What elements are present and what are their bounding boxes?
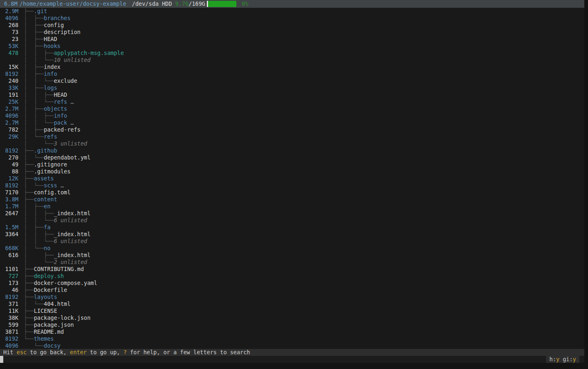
- tree-row[interactable]: 668K│ └──no: [0, 245, 584, 252]
- column-gap: [18, 287, 24, 294]
- tree-row-unlisted[interactable]: │ │ └──6 unlisted: [0, 238, 584, 245]
- tree-row[interactable]: 270│ └──dependabot.yml: [0, 154, 584, 161]
- tree-branch-lines: │ └──: [24, 245, 44, 252]
- tree-row[interactable]: 25K│ │ └──refs …: [0, 98, 584, 105]
- tree-row[interactable]: 268│ ├──config: [0, 22, 584, 29]
- tree-row[interactable]: 782│ ├──packed-refs: [0, 126, 584, 133]
- search-input-line[interactable]: h:ygi:y: [0, 356, 584, 363]
- tree-row[interactable]: 38K├──package-lock.json: [0, 314, 584, 321]
- tree-branch-lines: ├──: [24, 168, 34, 175]
- tree-row[interactable]: 11K├──LICENSE: [0, 308, 584, 314]
- tree-row[interactable]: 1101├──CONTRIBUTING.md: [0, 266, 584, 273]
- disk-usage-bar: 6%: [207, 0, 248, 8]
- tree-row[interactable]: 12K├──assets: [0, 175, 584, 182]
- tree-branch-lines: │ │ ├──: [24, 210, 54, 217]
- truncation-ellipsis: …: [67, 98, 74, 105]
- tree-branch-lines: │ │ └──: [24, 119, 54, 126]
- tree-row[interactable]: 616│ ├──_index.html: [0, 252, 584, 259]
- tree-branch-lines: │ │ ├──: [24, 112, 54, 119]
- tree-row[interactable]: 4096│ │ ├──info: [0, 112, 584, 119]
- tree-row[interactable]: 1.5M│ ├──fa: [0, 224, 584, 231]
- device-name: /dev/sda: [132, 0, 159, 7]
- column-gap: [18, 161, 24, 168]
- tree-row[interactable]: 88├──.gitmodules: [0, 168, 584, 175]
- entry-name: info: [44, 71, 57, 77]
- tree-branch-lines: ├──: [24, 294, 34, 301]
- tree-row[interactable]: 191│ │ ├──HEAD: [0, 91, 584, 98]
- flag-label: gi:: [563, 356, 572, 362]
- tree-row[interactable]: 173├──docker-compose.yaml: [0, 280, 584, 287]
- entry-size: [5, 238, 18, 245]
- column-gap: [18, 182, 24, 189]
- tree-row[interactable]: 49├──.gitignore: [0, 161, 584, 168]
- entry-name: .git: [34, 8, 47, 15]
- entry-size: 11K: [5, 308, 18, 314]
- tree-row[interactable]: 8192└──themes: [0, 335, 584, 342]
- current-path[interactable]: /home/example-user/docsy-example: [20, 0, 126, 7]
- entry-size: 49: [5, 161, 18, 168]
- entry-size: 8192: [5, 147, 18, 154]
- tree-row[interactable]: 478│ │ ├──applypatch-msg.sample: [0, 50, 584, 57]
- entry-name: config: [44, 22, 64, 29]
- tree-row[interactable]: 7170├──config.toml: [0, 189, 584, 196]
- tree-row[interactable]: 15K│ ├──index: [0, 64, 584, 71]
- hint-text: to go up,: [87, 349, 123, 355]
- tree-row[interactable]: 2.7M│ ├──objects: [0, 105, 584, 112]
- tree-branch-lines: │ ├──: [24, 252, 54, 259]
- tree-row[interactable]: 3871├──README.md: [0, 328, 584, 335]
- entry-name: dependabot.yml: [44, 154, 91, 161]
- tree-row[interactable]: 727├──deploy.sh: [0, 273, 584, 280]
- tree-row[interactable]: 2.9M├──.git: [0, 8, 584, 15]
- tree-branch-lines: │ │ └──: [24, 238, 54, 245]
- tree-branch-lines: ├──: [24, 147, 34, 154]
- entry-size: 46: [5, 287, 18, 294]
- tree-row[interactable]: 2647│ │ ├──_index.html: [0, 210, 584, 217]
- column-gap: [18, 57, 24, 64]
- terminal-screen: 6.8M /home/example-user/docsy-example /d…: [0, 0, 588, 369]
- tree-row[interactable]: 240│ │ └──exclude: [0, 77, 584, 84]
- flag-gi[interactable]: gi:y: [563, 356, 576, 362]
- tree-row[interactable]: 8192├──layouts: [0, 294, 584, 301]
- entry-size: 191: [5, 91, 18, 98]
- tree-row-unlisted[interactable]: │ └──3 unlisted: [0, 140, 584, 147]
- tree-row[interactable]: 4096│ ├──branches: [0, 15, 584, 22]
- tree-row[interactable]: 33K│ ├──logs: [0, 84, 584, 91]
- entry-size: 616: [5, 252, 18, 259]
- tree-row[interactable]: 2.7M│ │ └──pack …: [0, 119, 584, 126]
- tree-branch-lines: │ ├──: [24, 29, 44, 36]
- tree-branch-lines: └──: [24, 342, 44, 349]
- tree-branch-lines: ├──: [24, 273, 34, 280]
- tree-row[interactable]: 29K│ └──refs: [0, 133, 584, 140]
- tree-row-unlisted[interactable]: │ │ └──10 unlisted: [0, 57, 584, 64]
- tree-row[interactable]: 4096 └──docsy: [0, 342, 584, 349]
- tree-row[interactable]: 3364│ │ ├──_index.html: [0, 231, 584, 238]
- tree-branch-lines: │ └──: [24, 182, 44, 189]
- tree-row[interactable]: 8192│ ├──info: [0, 71, 584, 77]
- column-gap: [18, 84, 24, 91]
- tree-row[interactable]: 53K│ ├──hooks: [0, 43, 584, 50]
- entry-name: .github: [34, 147, 57, 154]
- tree-row[interactable]: 599├──package.json: [0, 321, 584, 328]
- tree-row[interactable]: 73│ ├──description: [0, 29, 584, 36]
- tree-branch-lines: │ ├──: [24, 224, 44, 231]
- entry-size: 12K: [5, 175, 18, 182]
- tree-row[interactable]: 46├──Dockerfile: [0, 287, 584, 294]
- tree-row[interactable]: 23│ ├──HEAD: [0, 36, 584, 43]
- entry-size: 478: [5, 50, 18, 57]
- column-gap: [18, 77, 24, 84]
- tree-row-unlisted[interactable]: │ │ └──6 unlisted: [0, 217, 584, 224]
- tree-row[interactable]: 8192│ └──scss …: [0, 182, 584, 189]
- key-hint: ?: [124, 349, 127, 355]
- tree-branch-lines: │ │ ├──: [24, 50, 54, 57]
- tree-branch-lines: ├──: [24, 189, 34, 196]
- tree-row[interactable]: 8192├──.github: [0, 147, 584, 154]
- entry-name: layouts: [34, 294, 57, 301]
- tree-row[interactable]: 3.8M├──content: [0, 196, 584, 203]
- entry-name: CONTRIBUTING.md: [34, 266, 84, 273]
- tree-row-unlisted[interactable]: │ └──2 unlisted: [0, 259, 584, 266]
- flag-h[interactable]: h:y: [549, 356, 559, 362]
- tree-row[interactable]: 1.7M│ ├──en: [0, 203, 584, 210]
- tree-row[interactable]: 371│ └──404.html: [0, 301, 584, 308]
- column-gap: [18, 245, 24, 252]
- tree-branch-lines: │ │ ├──: [24, 231, 54, 238]
